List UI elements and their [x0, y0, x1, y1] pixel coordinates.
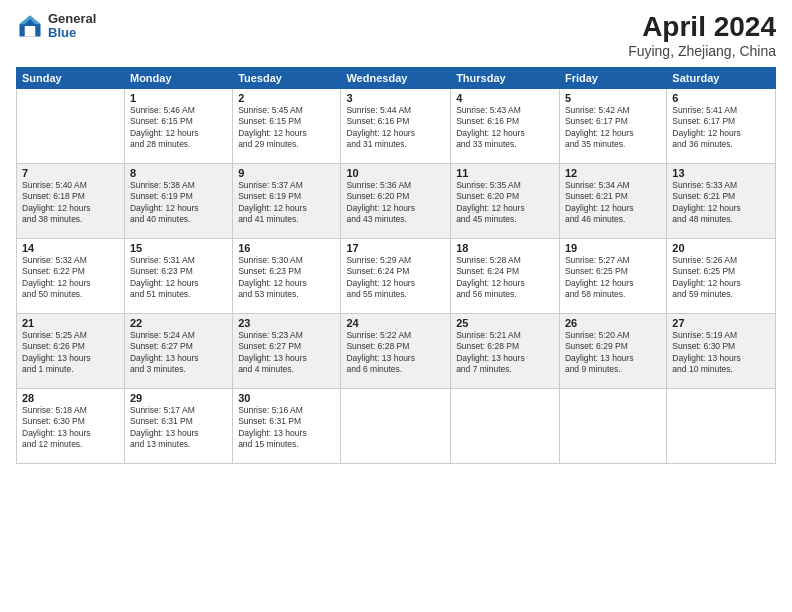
day-info: Sunrise: 5:30 AM Sunset: 6:23 PM Dayligh…: [238, 255, 335, 301]
day-info: Sunrise: 5:16 AM Sunset: 6:31 PM Dayligh…: [238, 405, 335, 451]
day-info: Sunrise: 5:31 AM Sunset: 6:23 PM Dayligh…: [130, 255, 227, 301]
table-row: 28Sunrise: 5:18 AM Sunset: 6:30 PM Dayli…: [17, 388, 125, 463]
table-row: 22Sunrise: 5:24 AM Sunset: 6:27 PM Dayli…: [124, 313, 232, 388]
day-number: 30: [238, 392, 335, 404]
table-row: 2Sunrise: 5:45 AM Sunset: 6:15 PM Daylig…: [233, 88, 341, 163]
table-row: 30Sunrise: 5:16 AM Sunset: 6:31 PM Dayli…: [233, 388, 341, 463]
svg-rect-2: [25, 26, 36, 37]
day-number: 14: [22, 242, 119, 254]
day-info: Sunrise: 5:22 AM Sunset: 6:28 PM Dayligh…: [346, 330, 445, 376]
day-info: Sunrise: 5:26 AM Sunset: 6:25 PM Dayligh…: [672, 255, 770, 301]
day-info: Sunrise: 5:20 AM Sunset: 6:29 PM Dayligh…: [565, 330, 661, 376]
logo-icon: [16, 12, 44, 40]
logo-text: General Blue: [48, 12, 96, 41]
day-number: 23: [238, 317, 335, 329]
day-info: Sunrise: 5:42 AM Sunset: 6:17 PM Dayligh…: [565, 105, 661, 151]
table-row: 21Sunrise: 5:25 AM Sunset: 6:26 PM Dayli…: [17, 313, 125, 388]
day-info: Sunrise: 5:28 AM Sunset: 6:24 PM Dayligh…: [456, 255, 554, 301]
day-number: 9: [238, 167, 335, 179]
table-row: 3Sunrise: 5:44 AM Sunset: 6:16 PM Daylig…: [341, 88, 451, 163]
day-number: 20: [672, 242, 770, 254]
table-row: 20Sunrise: 5:26 AM Sunset: 6:25 PM Dayli…: [667, 238, 776, 313]
table-row: 4Sunrise: 5:43 AM Sunset: 6:16 PM Daylig…: [451, 88, 560, 163]
calendar-week-row: 7Sunrise: 5:40 AM Sunset: 6:18 PM Daylig…: [17, 163, 776, 238]
calendar-table: Sunday Monday Tuesday Wednesday Thursday…: [16, 67, 776, 464]
page: General Blue April 2024 Fuying, Zhejiang…: [0, 0, 792, 612]
calendar-header-row: Sunday Monday Tuesday Wednesday Thursday…: [17, 67, 776, 88]
day-info: Sunrise: 5:17 AM Sunset: 6:31 PM Dayligh…: [130, 405, 227, 451]
logo-general: General: [48, 12, 96, 26]
day-info: Sunrise: 5:27 AM Sunset: 6:25 PM Dayligh…: [565, 255, 661, 301]
table-row: 9Sunrise: 5:37 AM Sunset: 6:19 PM Daylig…: [233, 163, 341, 238]
table-row: 14Sunrise: 5:32 AM Sunset: 6:22 PM Dayli…: [17, 238, 125, 313]
day-number: 8: [130, 167, 227, 179]
day-info: Sunrise: 5:44 AM Sunset: 6:16 PM Dayligh…: [346, 105, 445, 151]
day-number: 18: [456, 242, 554, 254]
day-info: Sunrise: 5:33 AM Sunset: 6:21 PM Dayligh…: [672, 180, 770, 226]
day-info: Sunrise: 5:36 AM Sunset: 6:20 PM Dayligh…: [346, 180, 445, 226]
subtitle: Fuying, Zhejiang, China: [628, 43, 776, 59]
day-info: Sunrise: 5:43 AM Sunset: 6:16 PM Dayligh…: [456, 105, 554, 151]
day-info: Sunrise: 5:19 AM Sunset: 6:30 PM Dayligh…: [672, 330, 770, 376]
col-sunday: Sunday: [17, 67, 125, 88]
table-row: 13Sunrise: 5:33 AM Sunset: 6:21 PM Dayli…: [667, 163, 776, 238]
table-row: 17Sunrise: 5:29 AM Sunset: 6:24 PM Dayli…: [341, 238, 451, 313]
day-info: Sunrise: 5:40 AM Sunset: 6:18 PM Dayligh…: [22, 180, 119, 226]
table-row: [451, 388, 560, 463]
table-row: 19Sunrise: 5:27 AM Sunset: 6:25 PM Dayli…: [559, 238, 666, 313]
day-number: 12: [565, 167, 661, 179]
day-number: 19: [565, 242, 661, 254]
table-row: 24Sunrise: 5:22 AM Sunset: 6:28 PM Dayli…: [341, 313, 451, 388]
calendar-week-row: 28Sunrise: 5:18 AM Sunset: 6:30 PM Dayli…: [17, 388, 776, 463]
day-number: 7: [22, 167, 119, 179]
day-number: 29: [130, 392, 227, 404]
title-area: April 2024 Fuying, Zhejiang, China: [628, 12, 776, 59]
col-friday: Friday: [559, 67, 666, 88]
day-number: 24: [346, 317, 445, 329]
day-number: 5: [565, 92, 661, 104]
day-number: 11: [456, 167, 554, 179]
table-row: 5Sunrise: 5:42 AM Sunset: 6:17 PM Daylig…: [559, 88, 666, 163]
table-row: 23Sunrise: 5:23 AM Sunset: 6:27 PM Dayli…: [233, 313, 341, 388]
table-row: 10Sunrise: 5:36 AM Sunset: 6:20 PM Dayli…: [341, 163, 451, 238]
day-number: 27: [672, 317, 770, 329]
calendar-week-row: 1Sunrise: 5:46 AM Sunset: 6:15 PM Daylig…: [17, 88, 776, 163]
col-thursday: Thursday: [451, 67, 560, 88]
table-row: [341, 388, 451, 463]
table-row: 8Sunrise: 5:38 AM Sunset: 6:19 PM Daylig…: [124, 163, 232, 238]
day-number: 16: [238, 242, 335, 254]
day-number: 1: [130, 92, 227, 104]
day-info: Sunrise: 5:21 AM Sunset: 6:28 PM Dayligh…: [456, 330, 554, 376]
day-number: 13: [672, 167, 770, 179]
day-number: 4: [456, 92, 554, 104]
day-number: 26: [565, 317, 661, 329]
day-info: Sunrise: 5:34 AM Sunset: 6:21 PM Dayligh…: [565, 180, 661, 226]
day-info: Sunrise: 5:41 AM Sunset: 6:17 PM Dayligh…: [672, 105, 770, 151]
day-number: 3: [346, 92, 445, 104]
table-row: 26Sunrise: 5:20 AM Sunset: 6:29 PM Dayli…: [559, 313, 666, 388]
day-info: Sunrise: 5:25 AM Sunset: 6:26 PM Dayligh…: [22, 330, 119, 376]
table-row: 27Sunrise: 5:19 AM Sunset: 6:30 PM Dayli…: [667, 313, 776, 388]
table-row: 12Sunrise: 5:34 AM Sunset: 6:21 PM Dayli…: [559, 163, 666, 238]
table-row: 1Sunrise: 5:46 AM Sunset: 6:15 PM Daylig…: [124, 88, 232, 163]
table-row: 25Sunrise: 5:21 AM Sunset: 6:28 PM Dayli…: [451, 313, 560, 388]
day-info: Sunrise: 5:18 AM Sunset: 6:30 PM Dayligh…: [22, 405, 119, 451]
day-info: Sunrise: 5:37 AM Sunset: 6:19 PM Dayligh…: [238, 180, 335, 226]
table-row: 11Sunrise: 5:35 AM Sunset: 6:20 PM Dayli…: [451, 163, 560, 238]
table-row: 15Sunrise: 5:31 AM Sunset: 6:23 PM Dayli…: [124, 238, 232, 313]
table-row: 7Sunrise: 5:40 AM Sunset: 6:18 PM Daylig…: [17, 163, 125, 238]
table-row: 16Sunrise: 5:30 AM Sunset: 6:23 PM Dayli…: [233, 238, 341, 313]
table-row: 18Sunrise: 5:28 AM Sunset: 6:24 PM Dayli…: [451, 238, 560, 313]
day-info: Sunrise: 5:45 AM Sunset: 6:15 PM Dayligh…: [238, 105, 335, 151]
day-info: Sunrise: 5:38 AM Sunset: 6:19 PM Dayligh…: [130, 180, 227, 226]
header: General Blue April 2024 Fuying, Zhejiang…: [16, 12, 776, 59]
table-row: [667, 388, 776, 463]
day-info: Sunrise: 5:32 AM Sunset: 6:22 PM Dayligh…: [22, 255, 119, 301]
day-number: 25: [456, 317, 554, 329]
logo-blue: Blue: [48, 26, 96, 40]
table-row: 29Sunrise: 5:17 AM Sunset: 6:31 PM Dayli…: [124, 388, 232, 463]
day-info: Sunrise: 5:23 AM Sunset: 6:27 PM Dayligh…: [238, 330, 335, 376]
col-monday: Monday: [124, 67, 232, 88]
col-wednesday: Wednesday: [341, 67, 451, 88]
day-info: Sunrise: 5:35 AM Sunset: 6:20 PM Dayligh…: [456, 180, 554, 226]
